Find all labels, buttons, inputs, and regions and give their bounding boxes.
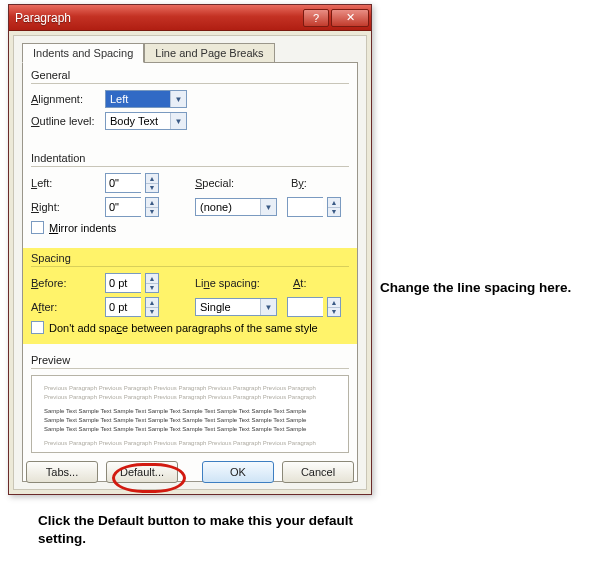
indentation-group-label: Indentation [31, 152, 349, 166]
tabstrip: Indents and Spacing Line and Page Breaks [22, 42, 366, 62]
spin-down-icon[interactable]: ▼ [146, 308, 158, 317]
help-icon: ? [313, 12, 319, 24]
spin-down-icon[interactable]: ▼ [328, 308, 340, 317]
window-title: Paragraph [15, 11, 301, 25]
tab-line-page-breaks[interactable]: Line and Page Breaks [144, 43, 274, 63]
ok-button[interactable]: OK [202, 461, 274, 483]
spin-up-icon[interactable]: ▲ [328, 198, 340, 208]
mirror-indents-checkbox[interactable] [31, 221, 44, 234]
no-space-checkbox[interactable] [31, 321, 44, 334]
outline-value: Body Text [106, 113, 170, 129]
by-spinner[interactable]: ▲▼ [287, 197, 341, 217]
mirror-indents-label: Mirror indents [49, 222, 116, 234]
spin-down-icon[interactable]: ▼ [328, 208, 340, 217]
tab-panel: General Alignment: Left ▼ Outline level:… [22, 62, 358, 482]
line-spacing-select[interactable]: Single ▼ [195, 298, 277, 316]
spin-up-icon[interactable]: ▲ [146, 198, 158, 208]
tabs-button[interactable]: Tabs... [26, 461, 98, 483]
alignment-select[interactable]: Left ▼ [105, 90, 187, 108]
chevron-down-icon: ▼ [170, 113, 186, 129]
spin-up-icon[interactable]: ▲ [328, 298, 340, 308]
preview-label: Preview [31, 354, 349, 368]
at-spinner[interactable]: ▲▼ [287, 297, 341, 317]
indent-right-spinner[interactable]: 0" ▲▼ [105, 197, 159, 217]
after-spinner[interactable]: 0 pt ▲▼ [105, 297, 159, 317]
annotation-default-button: Click the Default button to make this yo… [38, 512, 368, 548]
chevron-down-icon: ▼ [260, 299, 276, 315]
close-button[interactable]: ✕ [331, 9, 369, 27]
tab-indents-spacing[interactable]: Indents and Spacing [22, 43, 144, 63]
spin-down-icon[interactable]: ▼ [146, 208, 158, 217]
spin-up-icon[interactable]: ▲ [146, 298, 158, 308]
spin-down-icon[interactable]: ▼ [146, 284, 158, 293]
spin-up-icon[interactable]: ▲ [146, 174, 158, 184]
annotation-line-spacing: Change the line spacing here. [380, 280, 580, 295]
chevron-down-icon: ▼ [260, 199, 276, 215]
general-group-label: General [31, 69, 349, 83]
divider [31, 83, 349, 84]
alignment-label: Alignment: [31, 93, 105, 105]
close-icon: ✕ [346, 11, 355, 24]
by-label: By: [291, 177, 331, 189]
at-label: At: [293, 277, 323, 289]
spacing-section: Spacing Before: 0 pt ▲▼ Line spacing: At… [23, 248, 357, 344]
preview-box: Previous Paragraph Previous Paragraph Pr… [31, 375, 349, 453]
indent-left-spinner[interactable]: 0" ▲▼ [105, 173, 159, 193]
cancel-button[interactable]: Cancel [282, 461, 354, 483]
spacing-group-label: Spacing [31, 252, 349, 266]
before-spinner[interactable]: 0 pt ▲▼ [105, 273, 159, 293]
paragraph-dialog: Paragraph ? ✕ Indents and Spacing Line a… [8, 4, 372, 495]
dialog-client: Indents and Spacing Line and Page Breaks… [13, 35, 367, 490]
indent-left-label: Left: [31, 177, 105, 189]
help-button[interactable]: ? [303, 9, 329, 27]
no-space-label: Don't add space between paragraphs of th… [49, 322, 318, 334]
default-button[interactable]: Default... [106, 461, 178, 483]
divider [31, 266, 349, 267]
dialog-buttons: Tabs... Default... OK Cancel [26, 461, 354, 483]
divider [31, 368, 349, 369]
spin-up-icon[interactable]: ▲ [146, 274, 158, 284]
after-label: After: [31, 301, 105, 313]
before-label: Before: [31, 277, 105, 289]
outline-select[interactable]: Body Text ▼ [105, 112, 187, 130]
indent-right-label: Right: [31, 201, 105, 213]
spin-down-icon[interactable]: ▼ [146, 184, 158, 193]
special-select[interactable]: (none) ▼ [195, 198, 277, 216]
chevron-down-icon: ▼ [170, 91, 186, 107]
special-label: Special: [195, 177, 255, 189]
outline-label: Outline level: [31, 115, 105, 127]
alignment-value: Left [106, 91, 170, 107]
divider [31, 166, 349, 167]
line-spacing-label: Line spacing: [195, 277, 271, 289]
titlebar[interactable]: Paragraph ? ✕ [9, 5, 371, 31]
